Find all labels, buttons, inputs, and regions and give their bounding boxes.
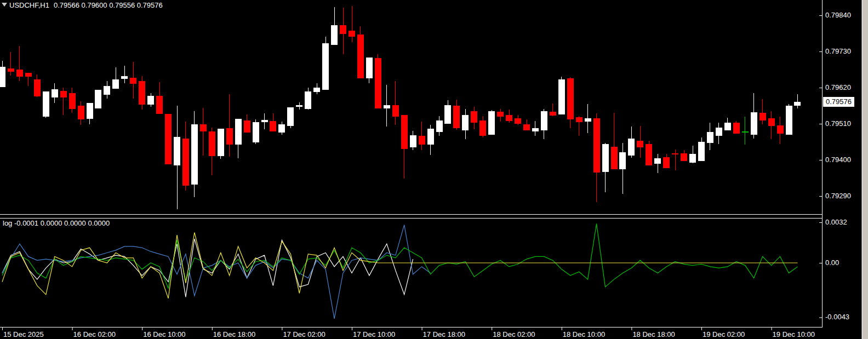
chart-title-ohlc: 0.79566 0.79600 0.79556 0.79576 [54,1,163,9]
main-chart-plot-area[interactable] [0,0,822,214]
time-axis-label: 19 Dec 10:00 [773,330,815,338]
time-axis-label: 16 Dec 02:00 [73,330,116,338]
time-axis-label: 17 Dec 02:00 [283,330,325,338]
chart-shift-triangle-icon [2,3,7,7]
chart-title: USDCHF,H10.79566 0.79600 0.79556 0.79576 [9,1,163,9]
time-axis-label: 17 Dec 10:00 [353,330,395,338]
scrollbar[interactable] [861,0,868,339]
time-axis-label: 16 Dec 18:00 [213,330,255,338]
price-axis-label: 0.79840 [825,11,851,19]
price-axis-label: 0.79400 [825,156,851,164]
indicator-axis-label: 0.00 [825,258,839,267]
current-price-tag: 0.79576 [823,97,854,107]
price-axis-label: 0.79290 [825,192,851,200]
window-divider[interactable] [0,215,823,219]
time-axis-label: 16 Dec 10:00 [143,330,185,338]
indicator-axis-label: 0.0032 [825,218,847,226]
price-axis-label: 0.79730 [825,47,851,55]
chart-title-symbol: USDCHF,H1 [9,1,49,9]
time-axis-label: 17 Dec 18:00 [423,330,465,338]
mt4-chart-window: USDCHF,H10.79566 0.79600 0.79556 0.79576… [0,0,868,339]
price-axis-label: 0.79510 [825,119,851,128]
indicator-plot-area[interactable] [0,219,822,327]
time-axis-label: 18 Dec 18:00 [632,330,675,338]
time-axis-label: 19 Dec 02:00 [703,330,745,338]
time-axis-label: 18 Dec 10:00 [563,330,605,338]
time-axis-label: 18 Dec 02:00 [493,330,535,338]
indicator-label: log -0.0001 0.0000 0.0000 0.0000 [3,219,110,227]
indicator-axis-label: -0.0043 [825,313,849,321]
time-axis-label: 15 Dec 2025 [3,330,44,338]
price-axis-label: 0.79620 [825,83,851,91]
